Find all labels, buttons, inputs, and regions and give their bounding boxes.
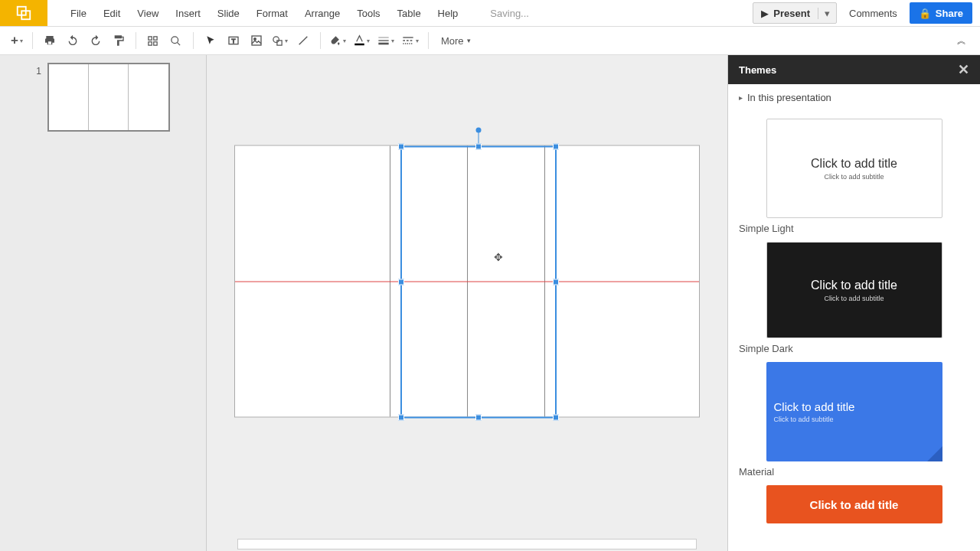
themes-title: Themes: [739, 64, 776, 76]
themes-section-toggle[interactable]: ▸ In this presentation: [728, 84, 980, 111]
theme-material[interactable]: Click to add title Click to add subtitle: [766, 362, 942, 461]
print-icon[interactable]: [39, 30, 60, 51]
textbox-icon[interactable]: T: [223, 30, 244, 51]
line-color-icon[interactable]: ▾: [351, 30, 373, 51]
play-icon: ▶: [761, 8, 769, 19]
svg-text:T: T: [231, 37, 235, 44]
svg-line-7: [178, 42, 181, 45]
slide-thumbnail[interactable]: [47, 63, 170, 132]
menu-arrange[interactable]: Arrange: [305, 8, 340, 19]
save-status: Saving...: [490, 8, 529, 19]
resize-handle-ne[interactable]: [553, 144, 559, 150]
menu-table[interactable]: Table: [397, 8, 421, 19]
rotate-handle[interactable]: [476, 128, 482, 133]
canvas[interactable]: ✥: [207, 55, 727, 551]
slide-number: 1: [36, 63, 41, 132]
svg-rect-5: [154, 41, 157, 44]
lock-icon: 🔒: [919, 8, 931, 19]
theme-simple-dark[interactable]: Click to add title Click to add subtitle: [766, 242, 942, 338]
svg-rect-4: [149, 41, 152, 44]
close-icon[interactable]: ✕: [958, 61, 969, 78]
theme-label: Material: [739, 466, 969, 478]
fill-color-icon[interactable]: ▾: [327, 30, 349, 51]
image-icon[interactable]: [246, 30, 267, 51]
shape-icon[interactable]: ▾: [269, 30, 291, 51]
new-slide-button[interactable]: +▾: [8, 30, 26, 51]
theme-simple-light[interactable]: Click to add title Click to add subtitle: [766, 119, 942, 218]
resize-handle-sw[interactable]: [398, 415, 404, 421]
theme-orange[interactable]: Click to add title: [766, 485, 942, 523]
notes-bar[interactable]: [237, 539, 697, 549]
svg-rect-2: [149, 36, 152, 39]
svg-point-11: [254, 38, 256, 41]
line-icon[interactable]: [292, 30, 314, 51]
zoom-fit-icon[interactable]: [142, 30, 164, 51]
svg-rect-3: [154, 36, 157, 39]
svg-rect-13: [277, 40, 282, 44]
selection-box[interactable]: ✥: [400, 146, 557, 419]
resize-handle-e[interactable]: [553, 279, 559, 285]
menu-slide[interactable]: Slide: [217, 8, 240, 19]
present-dropdown[interactable]: ▾: [818, 8, 836, 19]
slide[interactable]: ✥: [234, 145, 700, 418]
resize-handle-nw[interactable]: [398, 144, 404, 150]
undo-icon[interactable]: [62, 30, 83, 51]
svg-rect-10: [252, 36, 261, 45]
resize-handle-se[interactable]: [553, 415, 559, 421]
svg-point-6: [172, 36, 178, 43]
move-cursor-icon: ✥: [494, 251, 503, 263]
share-button[interactable]: 🔒Share: [910, 2, 972, 24]
app-logo[interactable]: [0, 0, 47, 26]
chevron-right-icon: ▸: [739, 93, 743, 102]
svg-line-14: [299, 37, 308, 45]
svg-rect-15: [354, 44, 364, 46]
present-button[interactable]: ▶Present ▾: [753, 2, 837, 24]
line-dash-icon[interactable]: ▾: [399, 30, 422, 51]
filmstrip-panel[interactable]: 1: [0, 55, 207, 551]
redo-icon[interactable]: [85, 30, 106, 51]
themes-panel: Themes ✕ ▸ In this presentation Click to…: [727, 55, 980, 551]
menu-file[interactable]: File: [70, 8, 87, 19]
theme-label: Simple Light: [739, 223, 969, 234]
line-weight-icon[interactable]: ▾: [374, 30, 397, 51]
menu-insert[interactable]: Insert: [175, 8, 201, 19]
menu-help[interactable]: Help: [438, 8, 459, 19]
menu-edit[interactable]: Edit: [103, 8, 120, 19]
resize-handle-w[interactable]: [398, 279, 404, 285]
comments-button[interactable]: Comments: [844, 8, 902, 19]
theme-label: Simple Dark: [739, 343, 969, 354]
paint-format-icon[interactable]: [108, 30, 129, 51]
zoom-icon[interactable]: [165, 30, 187, 51]
menu-format[interactable]: Format: [256, 8, 288, 19]
menu-view[interactable]: View: [137, 8, 158, 19]
resize-handle-s[interactable]: [475, 415, 482, 421]
svg-point-12: [273, 36, 279, 42]
menu-tools[interactable]: Tools: [357, 8, 380, 19]
more-button[interactable]: More▾: [435, 35, 477, 47]
resize-handle-n[interactable]: [475, 144, 482, 150]
collapse-toolbar-icon[interactable]: ︽: [951, 30, 972, 51]
select-tool-icon[interactable]: [200, 30, 221, 51]
